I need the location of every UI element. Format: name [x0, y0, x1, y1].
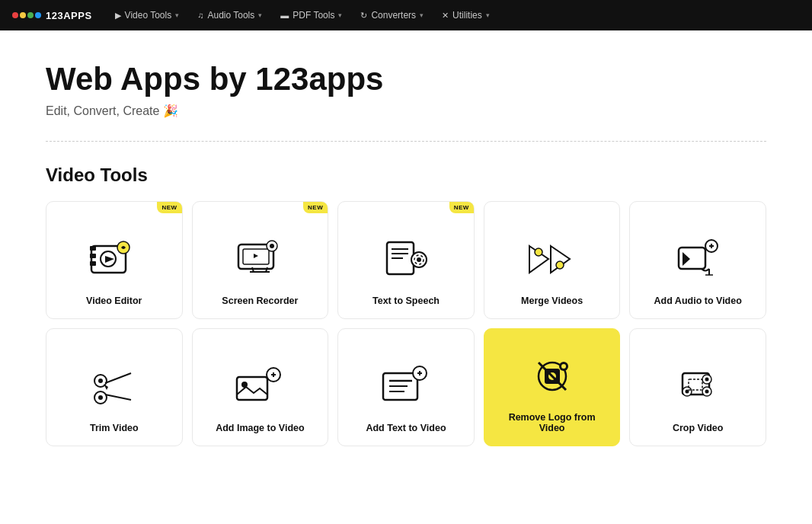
- svg-rect-3: [90, 254, 96, 258]
- converters-icon: ↻: [360, 11, 367, 21]
- svg-point-52: [705, 378, 709, 382]
- video-editor-icon: [84, 231, 145, 288]
- svg-point-31: [98, 395, 103, 400]
- add-text-icon: [376, 358, 436, 415]
- logo-dot-red: [12, 12, 18, 18]
- svg-point-18: [535, 248, 542, 256]
- chevron-down-icon-4: ▾: [420, 11, 424, 19]
- new-badge: NEW: [157, 202, 181, 213]
- chevron-down-icon-3: ▾: [338, 11, 342, 19]
- logo-text: 123APPS: [46, 10, 92, 21]
- add-text-label: Add Text to Video: [366, 423, 446, 433]
- logo[interactable]: 123APPS: [12, 10, 92, 21]
- crop-video-label: Crop Video: [673, 423, 723, 433]
- audio-tools-icon: ♫: [197, 11, 203, 20]
- card-add-audio-to-video[interactable]: Add Audio to Video: [629, 201, 766, 319]
- section-divider: [46, 141, 766, 142]
- merge-videos-icon: [522, 231, 583, 288]
- nav-converters-label: Converters: [371, 10, 416, 21]
- logo-dots: [12, 12, 41, 18]
- nav-converters[interactable]: ↻ Converters ▾: [353, 0, 431, 30]
- card-remove-logo-from-video[interactable]: Remove Logo from Video: [484, 328, 621, 446]
- navbar: 123APPS ▶ Video Tools ▾ ♫ Audio Tools ▾ …: [0, 0, 812, 30]
- card-screen-recorder[interactable]: NEW Screen Recorder: [192, 201, 329, 319]
- svg-point-10: [270, 244, 274, 248]
- nav-pdf-tools-label: PDF Tools: [293, 10, 334, 21]
- card-video-editor[interactable]: NEW Video Editor: [46, 201, 183, 319]
- svg-rect-32: [237, 377, 267, 400]
- nav-pdf-tools[interactable]: ▬ PDF Tools ▾: [273, 0, 350, 30]
- add-image-icon: [229, 358, 290, 415]
- page-title: Web Apps by 123apps: [46, 61, 766, 97]
- card-add-image-to-video[interactable]: Add Image to Video: [192, 328, 329, 446]
- card-merge-videos[interactable]: Merge Videos: [484, 201, 621, 319]
- screen-recorder-label: Screen Recorder: [222, 296, 298, 306]
- merge-videos-label: Merge Videos: [521, 296, 583, 306]
- svg-point-19: [556, 261, 564, 269]
- logo-dot-blue: [35, 12, 41, 18]
- nav-video-tools[interactable]: ▶ Video Tools ▾: [107, 0, 187, 30]
- nav-audio-tools-label: Audio Tools: [207, 10, 254, 21]
- card-crop-video[interactable]: Crop Video: [629, 328, 766, 446]
- nav-video-tools-label: Video Tools: [125, 10, 172, 21]
- page-subtitle: Edit, Convert, Create 🎉: [46, 104, 766, 118]
- chevron-down-icon-2: ▾: [258, 11, 262, 19]
- video-tools-grid: NEW Video Editor NEW: [46, 201, 766, 446]
- pdf-tools-icon: ▬: [280, 11, 289, 20]
- text-to-speech-label: Text to Speech: [372, 296, 440, 306]
- chevron-down-icon-5: ▾: [486, 11, 490, 19]
- remove-logo-icon: [522, 347, 583, 404]
- nav-audio-tools[interactable]: ♫ Audio Tools ▾: [190, 0, 270, 30]
- add-image-label: Add Image to Video: [216, 423, 304, 433]
- new-badge-2: NEW: [303, 202, 328, 213]
- card-text-to-speech[interactable]: NEW Text to Speech: [337, 201, 475, 319]
- add-audio-icon: [667, 231, 728, 288]
- nav-utilities-label: Utilities: [452, 10, 482, 21]
- svg-point-30: [98, 379, 103, 383]
- svg-point-16: [417, 257, 421, 262]
- crop-video-icon: [667, 358, 728, 415]
- add-audio-label: Add Audio to Video: [654, 296, 742, 306]
- trim-video-label: Trim Video: [90, 423, 139, 433]
- svg-point-54: [705, 390, 709, 394]
- screen-recorder-icon: [229, 231, 290, 288]
- text-to-speech-icon: [376, 231, 436, 288]
- video-tools-icon: ▶: [115, 11, 121, 21]
- new-badge-3: NEW: [449, 202, 474, 213]
- utilities-icon: ✕: [442, 11, 449, 21]
- svg-rect-2: [90, 246, 96, 251]
- logo-dot-green: [27, 12, 34, 18]
- logo-dot-yellow: [20, 12, 26, 18]
- chevron-down-icon: ▾: [175, 11, 179, 19]
- svg-point-49: [561, 364, 566, 369]
- video-tools-section-title: Video Tools: [46, 165, 766, 186]
- card-add-text-to-video[interactable]: Add Text to Video: [337, 328, 475, 446]
- nav-utilities[interactable]: ✕ Utilities ▾: [434, 0, 497, 30]
- main-content: Web Apps by 123apps Edit, Convert, Creat…: [0, 30, 812, 477]
- remove-logo-label: Remove Logo from Video: [497, 412, 608, 433]
- svg-rect-4: [90, 261, 96, 266]
- video-editor-label: Video Editor: [86, 296, 142, 306]
- svg-line-29: [105, 395, 131, 400]
- svg-line-28: [105, 373, 131, 383]
- card-trim-video[interactable]: Trim Video: [46, 328, 183, 446]
- trim-video-icon: [84, 358, 145, 415]
